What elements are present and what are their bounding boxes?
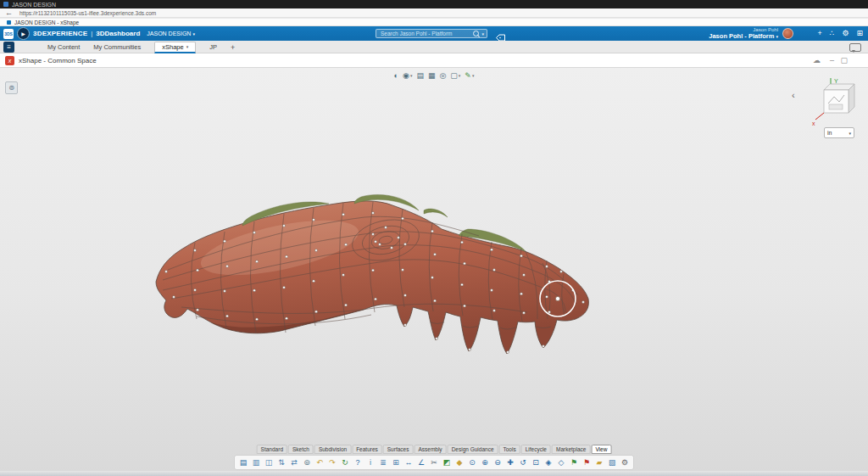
3d-viewport[interactable]: ⊚ ◐◉▾▤▦◎▢▾✎▾ ‹ Y x in ▾ StandardSketchSu… [0, 68, 868, 476]
export-icon[interactable]: ⇅ [275, 456, 287, 468]
search-box: ▾ [376, 29, 487, 38]
material-icon[interactable]: ◩ [441, 456, 453, 468]
view-mode-icon[interactable]: ◉▾ [403, 71, 412, 80]
bookmark-label[interactable]: JASON DESIGN - xShape [14, 20, 79, 25]
header-icon-group: +∴⚙⊞ [817, 28, 863, 39]
user-platform-label: Jason Pohl - Platform [709, 32, 774, 40]
chevron-down-icon: ▾ [776, 34, 778, 39]
cut-icon[interactable]: ✂ [428, 456, 440, 468]
chevron-down-icon: ▾ [192, 31, 195, 36]
action-tab-tools[interactable]: Tools [499, 445, 520, 454]
section-icon[interactable]: ▤ [416, 71, 424, 80]
search-icon[interactable] [473, 31, 479, 36]
tab-label: My Content [47, 43, 80, 51]
table-icon[interactable]: ⊞ [390, 456, 402, 468]
redo-icon[interactable]: ↷ [326, 456, 338, 468]
action-tab-design-guidance[interactable]: Design Guidance [448, 445, 498, 454]
save-as-icon[interactable]: ▥ [250, 456, 262, 468]
measure-icon[interactable]: ↔ [403, 456, 415, 468]
action-tab-features[interactable]: Features [352, 445, 382, 454]
anchor-icon[interactable]: ◆ [453, 456, 465, 468]
layers-icon[interactable]: ▦ [428, 71, 436, 80]
chevron-down-icon: ▾ [410, 73, 413, 78]
collapse-panel-chevron-icon[interactable]: ‹ [792, 90, 795, 100]
help-icon[interactable]: ? [352, 456, 364, 468]
browser-navbar: ← https://r1132101115035-us1-iflee.3dexp… [0, 8, 868, 18]
url-text[interactable]: https://r1132101115035-us1-iflee.3dexper… [19, 10, 156, 16]
dashboard-tab-jp[interactable]: JP [209, 43, 217, 51]
render-style-icon[interactable]: ◐ [394, 71, 398, 80]
info-icon[interactable]: i [364, 456, 376, 468]
apps-icon[interactable]: ⊞ [856, 28, 863, 39]
subdivision-model[interactable] [156, 194, 588, 354]
tab-label: My Communities [93, 43, 141, 51]
hamburger-menu-icon[interactable]: ≡ [3, 42, 14, 53]
new-tab-button[interactable]: + [231, 43, 235, 52]
3ds-logo-icon[interactable]: 3DS [3, 29, 14, 39]
share-icon[interactable]: ∴ [830, 28, 835, 39]
view-cube[interactable]: Y x [810, 76, 860, 131]
action-tab-assembly[interactable]: Assembly [414, 445, 446, 454]
action-tab-subdivision[interactable]: Subdivision [314, 445, 351, 454]
search-input[interactable] [379, 30, 473, 37]
angle-icon[interactable]: ∠ [415, 456, 427, 468]
iso-icon[interactable]: ◇ [555, 456, 567, 468]
dashboard-tab-my-communities[interactable]: My Communities [93, 43, 141, 51]
search-scope-caret-icon[interactable]: ▾ [481, 31, 484, 36]
units-dropdown[interactable]: in ▾ [824, 127, 854, 138]
robot-icon[interactable]: ⊚ [301, 456, 313, 468]
views-icon[interactable]: ◈ [542, 456, 554, 468]
avatar[interactable] [782, 28, 793, 39]
dashboard-tab-my-content[interactable]: My Content [47, 43, 80, 51]
flag-green-icon[interactable]: ⚑ [568, 456, 580, 468]
view-mode-icon: ◉ [403, 71, 409, 80]
action-tab-standard[interactable]: Standard [257, 445, 287, 454]
3d-model-svg[interactable] [0, 68, 868, 476]
layers2-icon[interactable]: ▧ [606, 456, 618, 468]
brand-block: 3DS ▶ 3DEXPERIENCE | 3DDashboard JASON D… [3, 26, 195, 41]
folder-icon[interactable]: ▰ [593, 456, 605, 468]
back-icon[interactable]: ← [5, 9, 13, 17]
tab-label: xShape [162, 43, 183, 51]
display-icon[interactable]: ▢▾ [450, 71, 460, 80]
action-tab-view[interactable]: View [591, 445, 611, 454]
browser-app-icon [3, 2, 8, 7]
favicon-icon [7, 20, 11, 25]
axis-y-label: Y [834, 78, 838, 84]
minimize-icon[interactable]: – [830, 56, 834, 64]
add-icon[interactable]: + [817, 28, 821, 39]
dashboard-tab-xshape[interactable]: xShape▾ [154, 42, 196, 53]
print-icon[interactable]: ◫ [263, 456, 275, 468]
pan-icon[interactable]: ✚ [504, 456, 516, 468]
chat-bubble-icon[interactable] [849, 43, 861, 52]
zoom-out-icon[interactable]: ⊖ [492, 456, 504, 468]
capture-icon[interactable]: ◎ [439, 71, 446, 80]
chevron-down-icon: ▾ [459, 73, 461, 78]
settings-icon[interactable]: ⚙ [619, 456, 631, 468]
user-menu[interactable]: Jason Pohl Jason Pohl - Platform ▾ [709, 27, 778, 40]
app-window-title: xShape - Common Space [19, 57, 97, 64]
action-tab-lifecycle[interactable]: Lifecycle [521, 445, 551, 454]
search-icon[interactable]: ⊙ [466, 456, 478, 468]
rotate-icon[interactable]: ↺ [517, 456, 529, 468]
action-tab-sketch[interactable]: Sketch [288, 445, 314, 454]
fullscreen-icon[interactable]: ▢ [840, 56, 848, 64]
flag-red-icon[interactable]: ⚑ [581, 456, 593, 468]
update-icon[interactable]: ↻ [339, 456, 351, 468]
sketch-icon[interactable]: ✎▾ [465, 71, 474, 80]
compass-play-icon[interactable]: ▶ [17, 27, 30, 40]
platform-header: 3DS ▶ 3DEXPERIENCE | 3DDashboard JASON D… [0, 26, 868, 41]
action-tab-surfaces[interactable]: Surfaces [383, 445, 414, 454]
tenant-menu[interactable]: JASON DESIGN ▾ [147, 31, 195, 36]
tenant-label: JASON DESIGN [147, 31, 191, 36]
import-icon[interactable]: ⇄ [288, 456, 300, 468]
sync-cloud-icon[interactable]: ☁ [813, 56, 821, 64]
undo-icon[interactable]: ↶ [314, 456, 326, 468]
fit-icon[interactable]: ⊡ [530, 456, 542, 468]
save-icon[interactable]: ▤ [237, 456, 249, 468]
list-icon[interactable]: ≣ [377, 456, 389, 468]
action-tab-marketplace[interactable]: Marketplace [552, 445, 590, 454]
tools-icon[interactable]: ⚙ [842, 28, 849, 39]
compass-icon[interactable]: ⊚ [5, 81, 18, 94]
zoom-in-icon[interactable]: ⊕ [479, 456, 491, 468]
